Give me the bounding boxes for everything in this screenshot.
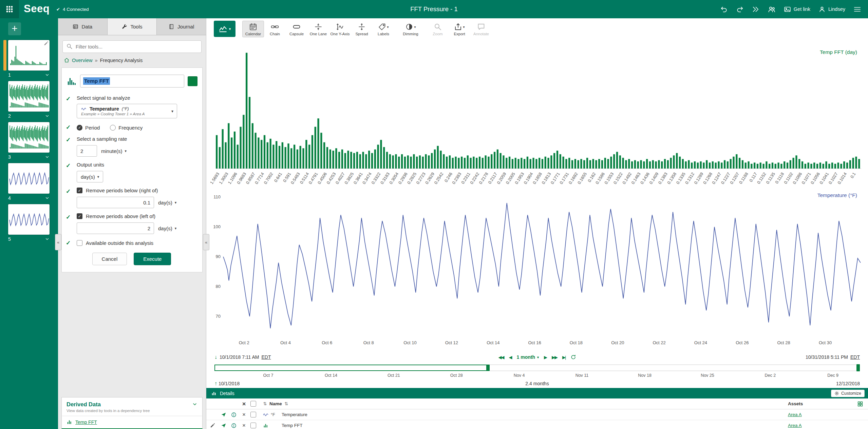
fast-forward-button[interactable] xyxy=(752,5,760,13)
step-forward-button[interactable]: ▶ xyxy=(544,355,547,360)
new-worksheet-button[interactable]: + xyxy=(8,22,21,35)
selection-right-handle[interactable] xyxy=(486,365,490,371)
step-back-button[interactable]: ◀ xyxy=(509,355,512,360)
output-units-label: Output units xyxy=(77,162,197,168)
undo-button[interactable] xyxy=(720,5,728,13)
slider-track[interactable] xyxy=(214,365,860,371)
redo-button[interactable] xyxy=(736,5,744,13)
collapse-worksheets-handle[interactable]: « xyxy=(55,234,61,250)
remove-item-button[interactable]: ✕ xyxy=(239,412,249,417)
below-unit-dropdown[interactable]: day(s)▾ xyxy=(158,200,176,206)
chevron-down-icon[interactable] xyxy=(45,114,50,118)
step-forward-fast-button[interactable]: ▶▶ xyxy=(552,355,557,360)
sampling-rate-input[interactable]: 2 xyxy=(77,145,97,157)
tab-journal[interactable]: Journal xyxy=(157,18,206,35)
timezone-link[interactable]: EDT xyxy=(262,354,271,360)
asset-link[interactable]: Area A xyxy=(788,412,802,417)
toolbar-button-calendar[interactable]: Calendar xyxy=(242,21,264,37)
selected-range[interactable] xyxy=(214,365,488,371)
chevron-down-icon[interactable] xyxy=(45,73,50,77)
tab-tools[interactable]: Tools xyxy=(108,18,157,35)
worksheet-thumbnail-4[interactable]: 4 xyxy=(0,163,58,201)
above-value-input[interactable]: 2 xyxy=(77,222,154,234)
user-menu-button[interactable]: Lindsey xyxy=(818,6,845,13)
available-outside-checkbox-row[interactable]: Available outside this analysis xyxy=(77,239,197,247)
chevron-down-icon[interactable] xyxy=(45,237,50,241)
worksheet-preview[interactable] xyxy=(8,81,50,112)
customize-button[interactable]: Customize xyxy=(831,390,865,397)
step-back-fast-button[interactable]: ◀◀ xyxy=(498,355,504,360)
fft-chart[interactable]: 1.56931.30031.10960.96830.85870.77140.70… xyxy=(206,43,868,192)
collapse-panel-handle[interactable]: « xyxy=(203,234,209,250)
item-info-button[interactable] xyxy=(229,423,239,428)
toolbar-button-capsule[interactable]: Capsule xyxy=(286,21,307,37)
sort-control[interactable]: ⇅ xyxy=(261,401,269,406)
worksheet-thumbnail-5[interactable]: 5 xyxy=(0,204,58,242)
sort-control[interactable]: ⇅ xyxy=(282,401,291,406)
worksheet-preview[interactable] xyxy=(8,163,50,194)
above-unit-dropdown[interactable]: day(s)▾ xyxy=(158,226,176,231)
cancel-button[interactable]: Cancel xyxy=(92,253,127,265)
toolbar-button-export[interactable]: ▾Export xyxy=(449,21,470,37)
worksheet-preview[interactable] xyxy=(8,204,50,235)
row-checkbox[interactable] xyxy=(249,423,261,428)
toolbar-button-labels[interactable]: ▾Labels xyxy=(373,21,394,37)
select-all-checkbox[interactable] xyxy=(249,401,261,407)
collaborators-button[interactable] xyxy=(768,5,776,13)
step-to-end-button[interactable]: ▶| xyxy=(562,355,565,360)
edit-button[interactable] xyxy=(206,423,219,428)
worksheet-preview[interactable] xyxy=(8,122,50,153)
timezone-link[interactable]: EDT xyxy=(850,354,860,360)
row-checkbox[interactable] xyxy=(249,412,261,417)
sampling-unit-dropdown[interactable]: minute(s)▾ xyxy=(101,148,127,154)
derived-item-link[interactable]: Temp FFT xyxy=(75,420,97,425)
connection-status[interactable]: ✔ 4 Connected xyxy=(56,7,89,12)
toolbar-button-one-lane[interactable]: One Lane xyxy=(307,21,329,37)
frequency-radio[interactable]: Frequency xyxy=(110,125,143,131)
toolbar-button-one-y-axis[interactable]: One Y-Axis xyxy=(329,21,351,37)
chevron-down-icon[interactable] xyxy=(45,196,50,200)
temperature-chart[interactable]: 110100908070Oct 2Oct 4Oct 6Oct 8Oct 10Oc… xyxy=(206,192,868,352)
filter-tools-input[interactable] xyxy=(62,40,202,53)
apps-grid-button[interactable] xyxy=(0,0,19,18)
track-end-handle[interactable] xyxy=(856,364,860,371)
worksheet-sidebar: + 1 2 3 4 5 xyxy=(0,18,58,429)
worksheet-preview[interactable] xyxy=(8,40,50,71)
collapse-chevron-icon[interactable] xyxy=(192,402,197,407)
tool-name-input[interactable]: Temp FFT xyxy=(80,75,184,87)
output-unit-dropdown[interactable]: day(s)▾ xyxy=(77,171,103,182)
asset-link[interactable]: Area A xyxy=(788,423,802,428)
remove-above-checkbox-row[interactable]: ✓ Remove periods above (left of) xyxy=(77,213,197,219)
item-info-button[interactable] xyxy=(229,412,239,417)
step-size-dropdown[interactable]: 1 month▾ xyxy=(517,354,539,360)
name-column-header[interactable]: Name xyxy=(269,401,282,406)
toolbar-button-spread[interactable]: Spread xyxy=(351,21,373,37)
tab-data[interactable]: Data xyxy=(58,18,108,35)
color-swatch-button[interactable] xyxy=(188,76,197,86)
signal-select-dropdown[interactable]: Temperature (°F) Example » Cooling Tower… xyxy=(77,104,177,118)
trend-view-button[interactable]: ▾ xyxy=(214,21,235,37)
chevron-down-icon[interactable] xyxy=(45,155,50,159)
hamburger-menu-button[interactable] xyxy=(853,5,861,13)
home-icon[interactable] xyxy=(64,57,70,63)
below-value-input[interactable]: 0.1 xyxy=(77,197,154,208)
row-name[interactable]: Temperature xyxy=(282,412,307,417)
breadcrumb-overview-link[interactable]: Overview xyxy=(72,58,92,63)
worksheet-thumbnail-3[interactable]: 3 xyxy=(0,122,58,160)
row-name[interactable]: Temp FFT xyxy=(282,423,303,428)
autoscale-pin-button[interactable] xyxy=(219,412,229,417)
table-grid-button[interactable] xyxy=(852,401,868,407)
period-radio[interactable]: ✓ Period xyxy=(77,125,100,131)
remove-below-checkbox-row[interactable]: ✓ Remove periods below (right of) xyxy=(77,188,197,193)
get-link-button[interactable]: Get link xyxy=(784,6,810,13)
toolbar-button-chain[interactable]: Chain xyxy=(264,21,286,37)
investigate-range-slider[interactable] xyxy=(214,363,860,372)
remove-item-button[interactable]: ✕ xyxy=(239,423,249,428)
toolbar-button-dimming[interactable]: ▾Dimming xyxy=(400,21,421,37)
worksheet-thumbnail-2[interactable]: 2 xyxy=(0,81,58,119)
remove-all-button[interactable]: ✕ xyxy=(239,401,249,407)
worksheet-thumbnail-1[interactable]: 1 xyxy=(0,40,58,78)
autoscale-pin-button[interactable] xyxy=(219,423,229,428)
execute-button[interactable]: Execute xyxy=(134,253,171,265)
refresh-icon[interactable] xyxy=(570,354,576,360)
